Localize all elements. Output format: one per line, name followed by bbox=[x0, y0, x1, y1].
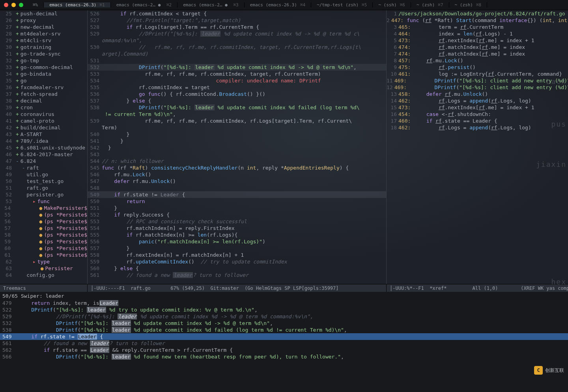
code-line[interactable]: 554 rf.matchIndex[n] = reply.FirstIndex bbox=[88, 225, 386, 231]
tree-row[interactable]: 27+new-decimal bbox=[0, 24, 87, 30]
code-line[interactable]: 547 defer rf.mu.Unlock() bbox=[88, 178, 386, 185]
swiper-result-row[interactable]: 479 return index, term, isLeader bbox=[0, 300, 568, 306]
tree-row[interactable]: 53 ▸func bbox=[0, 198, 87, 205]
tree-row[interactable]: 31+go-trade-sync bbox=[0, 50, 87, 57]
code-line[interactable]: Term) bbox=[88, 124, 386, 131]
code-line[interactable]: 535 rf.commitIndex = target bbox=[88, 84, 386, 91]
code-line[interactable]: 552 if reply.Success { bbox=[88, 211, 386, 218]
xref-line[interactable]: 14462: rf.Logs = append(rf.Logs, log) bbox=[387, 97, 568, 104]
code-line[interactable]: 558 rf.nextIndex[n] = rf.matchIndex[n] +… bbox=[88, 252, 386, 258]
tree-row[interactable]: 33+go-common-decimal bbox=[0, 64, 87, 71]
tab-item[interactable]: ~ (zsh)⌘7 bbox=[411, 2, 449, 7]
tree-row[interactable]: 64 config.go bbox=[0, 272, 87, 278]
swiper-results[interactable]: 479 return index, term, isLeader522 DPri… bbox=[0, 300, 568, 392]
swiper-result-row[interactable]: 566 DPrintf("[%d-%s]: leader %d found ne… bbox=[0, 353, 568, 360]
tree-row[interactable]: 39+cron bbox=[0, 104, 87, 111]
code-line[interactable]: 553 // RPC and consistency check success… bbox=[88, 218, 386, 225]
xref-line[interactable]: 5473: rf.nextIndex[rf.me] = index + 1 bbox=[387, 37, 568, 44]
tree-row[interactable]: 55 ●(ps *Persiste$ bbox=[0, 211, 87, 218]
xref-line[interactable]: 11469: DPrintf("[%d-%s]: client add new … bbox=[387, 77, 568, 84]
xref-line[interactable]: 3465: term = rf.CurrentTerm bbox=[387, 24, 568, 30]
code-line[interactable]: 559 rf.updateCommitIndex() // try to upd… bbox=[88, 258, 386, 265]
tree-row[interactable]: 29+mt4cli-srv bbox=[0, 37, 87, 44]
tree-row[interactable]: 58 ●(ps *Persiste$ bbox=[0, 231, 87, 238]
tree-row[interactable]: 34+go-bindata bbox=[0, 71, 87, 77]
window-traffic-lights[interactable] bbox=[0, 3, 27, 7]
code-line[interactable]: 528 if rf.Logs[target].Term == rf.Curren… bbox=[88, 24, 386, 30]
swiper-result-row[interactable]: 562 if rf.state == Leader && reply.Curre… bbox=[0, 347, 568, 353]
code-line[interactable]: 537 } else { bbox=[88, 97, 386, 104]
minimize-icon[interactable] bbox=[11, 3, 16, 7]
xref-line[interactable]: 7474: rf.matchIndex[rf.me] = index bbox=[387, 50, 568, 57]
tree-row[interactable]: 57 ●(ps *Persiste$ bbox=[0, 225, 87, 231]
tree-row[interactable]: 46+6.824-2017-master bbox=[0, 151, 87, 158]
code-line[interactable]: 527 //fmt.Println("target:",target,match… bbox=[88, 17, 386, 24]
code-line[interactable]: 536 go func() { rf.commitCond.Broadcast(… bbox=[88, 91, 386, 97]
tree-row[interactable]: 52 persister.go bbox=[0, 191, 87, 198]
swiper-result-row[interactable]: 522 DPrintf("[%d-%s]: leader %d try to u… bbox=[0, 306, 568, 313]
maximize-icon[interactable] bbox=[19, 3, 23, 7]
tree-row[interactable]: 49 util.go bbox=[0, 171, 87, 178]
swiper-result-row[interactable]: 532 DPrintf("[%d-%s]: leader %d update c… bbox=[0, 320, 568, 327]
code-line[interactable]: 560 } else { bbox=[88, 265, 386, 272]
code-line[interactable]: 538 DPrintf("[%d-%s]: leader %d update c… bbox=[88, 104, 386, 111]
tree-row[interactable]: 60 ●(ps *Persiste$ bbox=[0, 245, 87, 252]
tab-item[interactable]: ~ (zsh)⌘8 bbox=[449, 2, 488, 7]
code-line[interactable]: 546 rf.mu.Lock() bbox=[88, 171, 386, 178]
code-line[interactable]: 555 if rf.matchIndex[n] >= len(rf.Logs){ bbox=[88, 231, 386, 238]
code-buffer-main[interactable]: 526 if rf.commitIndex < target {527 //fm… bbox=[88, 10, 387, 284]
xref-line[interactable]: 4464: index = len(rf.Logs) - 1 bbox=[387, 30, 568, 37]
tree-row[interactable]: 25+push-decimal bbox=[0, 10, 87, 17]
code-line[interactable]: 526 if rf.commitIndex < target { bbox=[88, 10, 386, 17]
tree-row[interactable]: 59 ●(ps *Persiste$ bbox=[0, 238, 87, 245]
tree-row[interactable]: 43+A-START bbox=[0, 131, 87, 138]
tree-row[interactable]: 26+proxy bbox=[0, 17, 87, 24]
xref-line[interactable]: 13458: defer rf.mu.Unlock() bbox=[387, 91, 568, 97]
xref-line[interactable]: 2447:func (rf *Raft) Start(command inter… bbox=[387, 17, 568, 24]
xref-line[interactable]: 18462: rf.Logs = append(rf.Logs, log) bbox=[387, 124, 568, 131]
code-line[interactable]: 561 // found a new leader? turn to follo… bbox=[88, 272, 386, 278]
swiper-result-row[interactable]: 529 //DPrintf("[%d-%s]: leader %d update… bbox=[0, 313, 568, 320]
code-line[interactable]: 533 rf.me, rf, rf.me, rf.commitIndex, ta… bbox=[88, 71, 386, 77]
swiper-result-row[interactable]: 538 DPrintf("[%d-%s]: leader %d update c… bbox=[0, 327, 568, 333]
tree-row[interactable]: 41+camel-proto bbox=[0, 118, 87, 124]
tree-row[interactable]: 28+mt4dealer-srv bbox=[0, 30, 87, 37]
tree-row[interactable]: 42+build/decimal bbox=[0, 124, 87, 131]
xref-line[interactable]: 1/Users/jackson/Downloads/go-project/6.8… bbox=[387, 10, 568, 17]
swiper-result-row[interactable]: 549 if rf.state != Leader { bbox=[0, 333, 568, 340]
close-icon[interactable] bbox=[4, 3, 8, 7]
code-line[interactable]: 550 return bbox=[88, 198, 386, 205]
code-line[interactable]: arget].Command) bbox=[88, 50, 386, 57]
tree-row[interactable]: 47-6.824 bbox=[0, 158, 87, 164]
xref-line[interactable]: 16454: case <-rf.shutdownCh: bbox=[387, 111, 568, 118]
tree-row[interactable]: 50 test_test.go bbox=[0, 178, 87, 185]
tree-row[interactable]: 63 ●Persister bbox=[0, 265, 87, 272]
minibuffer[interactable]: 50/65 Swiper: leader bbox=[0, 292, 568, 300]
tree-row[interactable]: 32+go-tmp bbox=[0, 57, 87, 64]
code-line[interactable]: 544// n: which follower bbox=[88, 158, 386, 164]
tree-row[interactable]: 48 -raft bbox=[0, 164, 87, 171]
code-line[interactable]: != current Term %d)\n", bbox=[88, 111, 386, 118]
tree-row[interactable]: 62 ▸type bbox=[0, 258, 87, 265]
xref-line[interactable]: 15473: rf.nextIndex[rf.me] = index + 1 bbox=[387, 104, 568, 111]
code-line[interactable]: 534 compiler: undeclared name: DPrintf bbox=[88, 77, 386, 84]
tab-item[interactable]: emacs (emacs-2… ● ⌘3 bbox=[178, 2, 244, 7]
tree-row[interactable]: 61 ●(ps *Persiste$ bbox=[0, 252, 87, 258]
tree-row[interactable]: 40+coronavirus bbox=[0, 111, 87, 118]
tree-row[interactable]: 35+go bbox=[0, 77, 87, 84]
tree-row[interactable]: 30+gotraining bbox=[0, 44, 87, 50]
code-line[interactable]: 531 bbox=[88, 57, 386, 64]
tab-item[interactable]: ~/tmp-test (zsh)⌘5 bbox=[311, 2, 373, 7]
tab-item[interactable]: emacs (emacs-26.3)⌘4 bbox=[245, 2, 311, 7]
code-line[interactable]: 557 } bbox=[88, 245, 386, 252]
xref-line[interactable]: 8457: rf.mu.Lock() bbox=[387, 57, 568, 64]
code-line[interactable]: 541 } bbox=[88, 138, 386, 144]
code-line[interactable]: 543 bbox=[88, 151, 386, 158]
xref-line[interactable]: 6474: rf.matchIndex[rf.me] = index bbox=[387, 44, 568, 50]
swiper-result-row[interactable]: 561 // found a new leader? turn to follo… bbox=[0, 340, 568, 347]
code-line[interactable]: 530 // rf.me, rf, rf.me, rf.commitIndex,… bbox=[88, 44, 386, 50]
code-line[interactable]: 548 bbox=[88, 185, 386, 191]
code-line[interactable]: 542 } bbox=[88, 144, 386, 151]
tree-row[interactable]: 54 ●MakePersister$ bbox=[0, 205, 87, 211]
xref-line[interactable]: 12469: DPrintf("[%d-%s]: client add new … bbox=[387, 84, 568, 91]
